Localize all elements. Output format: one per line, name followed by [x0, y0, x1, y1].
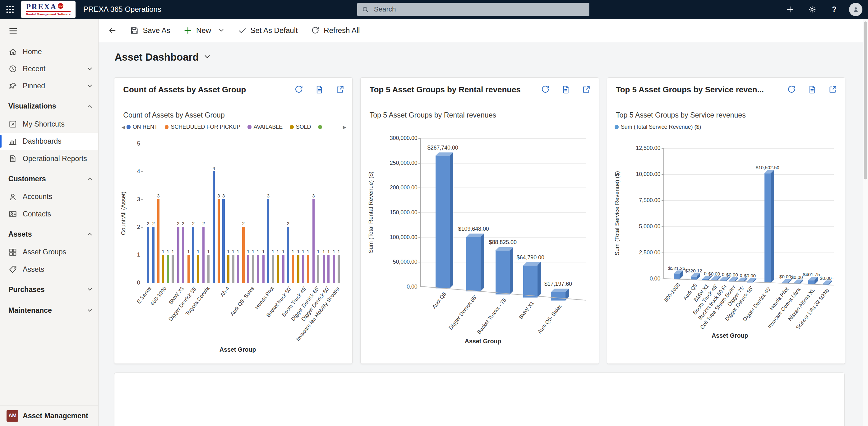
bar-value-label: 1 — [282, 249, 284, 254]
bar-wrap: $0.00Scissor Lifts 32.500lb — [820, 154, 832, 285]
bar-wrap: $109,648.00Digger Derrick 65' — [458, 143, 489, 292]
card-view-records-button[interactable] — [807, 85, 817, 94]
bar — [227, 255, 229, 282]
legend-item: SCHEDULED FOR PICKUP — [165, 124, 240, 130]
chart-plot[interactable]: 12,500.0010,000.007,500.005,000.002,500.… — [663, 148, 834, 279]
bar-value-label: 1 — [237, 249, 239, 254]
bar-value-label: 1 — [197, 249, 199, 254]
scrollbar-thumb[interactable] — [864, 22, 867, 179]
bar-wrap: $0.00Coil Tube Steam Boiler — [726, 151, 738, 282]
card-view-records-button[interactable] — [561, 85, 570, 94]
y-tick-label: 2 — [137, 224, 140, 231]
card-expand-button[interactable] — [581, 85, 591, 94]
sidebar-item-pinned[interactable]: Pinned — [0, 78, 98, 94]
category-group: 1311Honda Pilot — [262, 144, 279, 283]
search-input[interactable] — [373, 5, 585, 14]
y-tick-label: 0.00 — [650, 275, 661, 282]
new-button[interactable]: New — [178, 22, 231, 38]
settings-button[interactable] — [805, 2, 819, 17]
bar-value-label: 1 — [262, 249, 265, 254]
report-icon — [8, 154, 17, 163]
y-tick-mark — [141, 255, 143, 255]
bar-value-label: 2 — [192, 221, 195, 226]
bar-wrap: 1 — [328, 144, 330, 283]
bar-value-label: 1 — [328, 249, 330, 254]
bar-value-label: 1 — [227, 249, 229, 254]
legend-scroll-right-button[interactable]: ▶ — [341, 125, 348, 130]
sidebar-item-asset-groups[interactable]: Asset Groups — [0, 243, 98, 261]
chart-area: Sum (Total Service Revenue) ($) 12,500.0… — [614, 148, 834, 339]
bar — [182, 227, 184, 283]
bar — [551, 292, 565, 300]
bar — [292, 255, 294, 282]
card-refresh-button[interactable] — [294, 85, 303, 94]
app-launcher-button[interactable] — [0, 0, 20, 19]
refresh-icon — [311, 26, 319, 35]
sidebar-item-assets[interactable]: Assets — [0, 261, 98, 278]
save-as-label: Save As — [143, 26, 170, 35]
y-tick-label: 300,000.00 — [390, 135, 417, 142]
bar-wrap: 1 — [227, 144, 229, 283]
legend-scroll-left-button[interactable]: ◀ — [120, 125, 127, 130]
quick-create-button[interactable] — [783, 2, 797, 17]
bar — [213, 171, 215, 283]
sidebar-item-operational-reports[interactable]: Operational Reports — [0, 150, 98, 167]
sidebar-item-dashboards[interactable]: Dashboards — [0, 133, 98, 150]
chart-title: Count of Assets by Asset Group — [115, 111, 352, 119]
sidebar-item-recent[interactable]: Recent — [0, 60, 98, 78]
chart-title: Top 5 Asset Groups by Service revenues — [607, 111, 845, 119]
back-button[interactable] — [102, 22, 123, 38]
y-tick-mark — [418, 237, 421, 238]
bar-wrap: 1 — [207, 144, 210, 283]
bar — [237, 255, 239, 282]
sidebar-item-home[interactable]: Home — [0, 43, 98, 60]
category-group: 121Bucket truck 50' — [282, 144, 294, 283]
set-as-default-button[interactable]: Set As Default — [231, 22, 304, 38]
card-count-of-assets: Count of Assets by Asset Group Count of … — [114, 78, 352, 364]
bar — [187, 255, 190, 282]
card-expand-button[interactable] — [335, 85, 344, 94]
bar — [272, 255, 274, 282]
sidebar-toggle-button[interactable] — [0, 19, 98, 43]
legend-label: SOLD — [296, 124, 311, 130]
bar-wrap: 2 — [152, 144, 155, 283]
sidebar-item-my-shortcuts[interactable]: My Shortcuts — [0, 116, 98, 133]
sidebar-section-purchases[interactable]: Purchases — [0, 280, 98, 299]
bar-value-label: $320.12 — [685, 268, 702, 273]
chev-up-icon — [87, 103, 93, 110]
dashboard-selector-chevron[interactable] — [203, 53, 211, 61]
command-bar: Save As New Set As Default — [98, 19, 868, 42]
save-as-button[interactable]: Save As — [124, 22, 176, 38]
vertical-scrollbar[interactable] — [863, 19, 868, 426]
bar-wrap: 1 — [282, 144, 284, 283]
app-title[interactable]: PREXA 365 Operations — [83, 5, 161, 14]
bar — [297, 255, 299, 282]
global-search[interactable] — [357, 3, 589, 16]
sidebar-section-customers[interactable]: Customers — [0, 170, 98, 188]
legend-dot-icon — [318, 125, 322, 129]
help-button[interactable]: ? — [827, 2, 841, 17]
sidebar-section-maintenance[interactable]: Maintenance — [0, 301, 98, 320]
sidebar-item-contacts[interactable]: Contacts — [0, 205, 98, 222]
card-header: Count of Assets by Asset Group — [115, 78, 352, 94]
card-view-records-button[interactable] — [315, 85, 324, 94]
y-tick-label: 3 — [137, 196, 140, 203]
chart-plot[interactable]: 5432102E Series23111600-100022BMW X1121D… — [143, 144, 343, 283]
refresh-all-button[interactable]: Refresh All — [305, 22, 366, 38]
card-expand-button[interactable] — [828, 85, 837, 94]
card-actions — [787, 85, 837, 94]
area-switcher[interactable]: AM Asset Management — [0, 405, 98, 426]
card-refresh-button[interactable] — [787, 85, 796, 94]
bar-value-label: 3 — [312, 193, 315, 198]
chart-plot[interactable]: 300,000.00250,000.00200,000.00150,000.00… — [420, 138, 586, 287]
sidebar-section-assets[interactable]: Assets — [0, 225, 98, 244]
sidebar-section-visualizations[interactable]: Visualizations — [0, 97, 98, 116]
card-refresh-button[interactable] — [540, 85, 550, 94]
bar-wrap: 1 — [338, 144, 340, 283]
sidebar-item-accounts[interactable]: Accounts — [0, 188, 98, 205]
new-menu-chevron-icon[interactable] — [218, 27, 224, 34]
sidebar-label: Recent — [23, 65, 81, 73]
prexa-logo[interactable]: PREXA 365 Rental Management Software — [21, 1, 75, 18]
dashboard-icon — [8, 137, 17, 146]
user-avatar[interactable] — [849, 3, 862, 16]
